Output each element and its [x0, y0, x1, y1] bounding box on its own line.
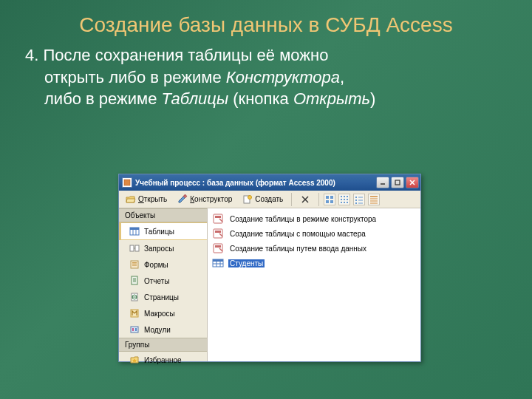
slide-title: Создание базы данных в СУБД Access [0, 0, 532, 41]
svg-rect-18 [344, 199, 345, 200]
svg-rect-13 [330, 200, 333, 203]
body-line1: После сохранения таблицы её можно [43, 46, 328, 64]
table-label: Студенты [228, 259, 265, 267]
svg-rect-51 [131, 327, 138, 332]
wizard-item-wizard[interactable]: Создание таблицы с помощью мастера [211, 226, 417, 241]
titlebar[interactable]: Учебный процесс : база данных (формат Ac… [119, 174, 420, 191]
svg-rect-57 [215, 231, 221, 233]
wizard-label: Создание таблицы в режиме конструктора [228, 215, 378, 223]
svg-rect-0 [124, 180, 130, 185]
sidebar-item-forms[interactable]: Формы [119, 256, 207, 273]
bullet-number: 4. [25, 46, 38, 64]
toolbar-separator [291, 193, 292, 206]
access-db-window: Учебный процесс : база данных (формат Ac… [118, 174, 421, 362]
body-line3-em2: Открыть [293, 89, 370, 108]
table-item-selected[interactable]: Студенты [211, 256, 417, 270]
svg-rect-16 [347, 196, 348, 197]
open-label: ООткрытьткрыть [138, 195, 167, 203]
sidebar-item-label: Макросы [144, 310, 175, 318]
svg-rect-27 [355, 202, 357, 204]
sidebar-item-macros[interactable]: Макросы [119, 305, 207, 321]
design-icon [177, 194, 188, 205]
sidebar-item-pages[interactable]: Страницы [119, 289, 207, 305]
svg-rect-42 [132, 265, 137, 266]
body-line3b: (кнопка [228, 89, 293, 108]
svg-rect-61 [213, 259, 223, 262]
svg-rect-25 [355, 200, 357, 201]
svg-point-7 [248, 195, 252, 199]
view-large-icons-button[interactable] [324, 194, 335, 205]
favorites-icon [129, 355, 140, 365]
sidebar-header-objects[interactable]: Объекты [119, 208, 207, 222]
wizard-icon [212, 242, 224, 254]
view-small-icons-button[interactable] [338, 194, 350, 205]
sidebar-item-favorites[interactable]: Избранное [119, 352, 207, 368]
table-icon [129, 226, 140, 236]
body-line2a: открыть либо в режиме [44, 68, 226, 86]
wizard-item-data-entry[interactable]: Создание таблицы путем ввода данных [211, 241, 417, 256]
sidebar-item-tables[interactable]: Таблицы [119, 222, 207, 240]
maximize-button[interactable] [391, 177, 404, 188]
svg-rect-53 [135, 328, 137, 331]
body-line3-em1: Таблицы [162, 89, 229, 108]
open-icon [126, 194, 136, 205]
wizard-icon [212, 213, 224, 225]
macro-icon [129, 308, 140, 318]
view-details-button[interactable] [368, 194, 380, 205]
svg-rect-56 [214, 229, 222, 238]
app-icon [122, 177, 132, 188]
svg-rect-20 [341, 202, 342, 203]
create-button[interactable]: Создать [239, 192, 287, 207]
toolbar: ООткрытьткрыть Конструктор Создать [119, 191, 420, 208]
svg-rect-38 [135, 245, 139, 251]
sidebar-item-modules[interactable]: Модули [119, 321, 207, 338]
svg-rect-59 [215, 245, 221, 248]
sidebar-item-label: Страницы [144, 293, 179, 301]
body-line2-em: Конструктора [226, 68, 340, 86]
sidebar-item-label: Запросы [144, 245, 174, 253]
svg-rect-54 [214, 214, 222, 223]
svg-rect-19 [347, 199, 348, 200]
close-button[interactable] [406, 177, 419, 188]
minimize-button[interactable] [376, 177, 389, 188]
module-icon [129, 324, 140, 335]
design-label: Конструктор [190, 195, 232, 203]
sidebar-item-queries[interactable]: Запросы [119, 240, 207, 256]
svg-rect-15 [344, 196, 345, 197]
svg-rect-23 [355, 197, 357, 198]
wizard-label: Создание таблицы путем ввода данных [228, 245, 368, 253]
delete-button[interactable] [296, 192, 314, 207]
sidebar-header-groups[interactable]: Группы [119, 338, 207, 352]
create-icon [242, 194, 253, 205]
body-line3a: либо в режиме [44, 89, 162, 108]
wizard-icon [212, 228, 224, 239]
page-icon [129, 292, 140, 302]
design-button[interactable]: Конструктор [174, 192, 236, 207]
view-list-button[interactable] [353, 194, 365, 205]
slide-body: 4. После сохранения таблицы её можно отк… [0, 41, 532, 110]
sidebar-item-label: Избранное [144, 356, 182, 364]
delete-icon [300, 194, 310, 205]
query-icon [129, 243, 140, 253]
svg-rect-11 [330, 196, 333, 199]
svg-rect-52 [132, 328, 134, 331]
sidebar-item-label: Отчеты [144, 277, 170, 285]
sidebar-item-label: Модули [144, 326, 171, 334]
content-pane[interactable]: Создание таблицы в режиме конструктора С… [208, 208, 420, 361]
wizard-item-design[interactable]: Создание таблицы в режиме конструктора [211, 211, 417, 226]
sidebar: Объекты Таблицы Запросы Формы Отчеты Стр… [119, 208, 208, 361]
body-line3c: ) [370, 89, 375, 108]
svg-rect-21 [344, 202, 345, 203]
table-icon [212, 257, 224, 269]
open-button[interactable]: ООткрытьткрыть [122, 192, 171, 207]
svg-rect-22 [347, 202, 348, 203]
sidebar-item-label: Формы [144, 261, 168, 269]
svg-rect-14 [341, 196, 342, 197]
svg-rect-2 [395, 180, 400, 185]
svg-rect-17 [341, 199, 342, 200]
svg-rect-37 [130, 245, 134, 251]
sidebar-item-reports[interactable]: Отчеты [119, 273, 207, 289]
svg-rect-58 [214, 244, 222, 253]
svg-rect-55 [215, 216, 221, 218]
window-title: Учебный процесс : база данных (формат Ac… [135, 179, 375, 187]
